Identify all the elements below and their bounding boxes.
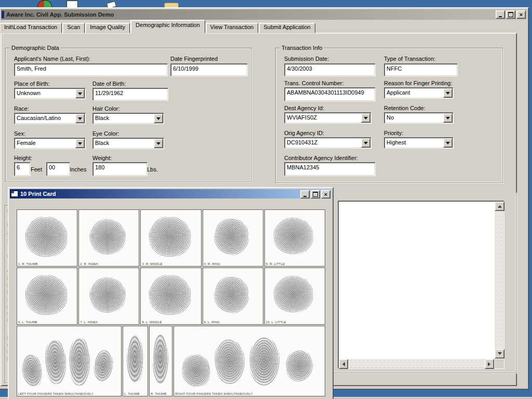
date-of-birth-label: Date of Birth: [92, 81, 126, 87]
inches-label: Inches [70, 166, 86, 172]
weight-label: Weight: [92, 155, 112, 161]
weight-field[interactable]: 180 [92, 162, 148, 176]
close-icon[interactable]: × [516, 10, 526, 19]
fingerprint-image [273, 275, 314, 314]
fingerprint-image [44, 339, 67, 384]
chevron-down-icon[interactable] [154, 139, 163, 148]
height-inches-field[interactable]: 00 [46, 162, 70, 176]
fingerprint-image [25, 275, 68, 315]
fingerprint-image [153, 335, 168, 383]
minimize-icon[interactable] [496, 10, 505, 19]
submission-date-label: Submission Date: [284, 56, 329, 62]
print-cell-l-ring[interactable]: 9. L. RING [203, 268, 263, 325]
print-cell-right-four-fingers[interactable]: RIGHT FOUR FINGERS TAKEN SIMULTANEOUSLY [174, 326, 325, 396]
chevron-down-icon[interactable] [75, 139, 85, 148]
reason-for-fingerprinting-label: Reason for Finger Printing: [384, 80, 452, 86]
hair-color-dropdown[interactable]: Black [92, 113, 164, 124]
eye-color-label: Eye Color: [92, 130, 119, 137]
print-cell-r-thumb-flat[interactable]: R. THUMB [149, 326, 172, 396]
scroll-left-icon[interactable] [339, 359, 348, 369]
fingerprint-image [149, 217, 191, 257]
fingerprint-image [213, 217, 250, 257]
lbs-label: Lbs. [147, 166, 158, 172]
main-titlebar[interactable]: Aware Inc. Civil App. Submission Demo × [1, 9, 527, 20]
print-cell-l-little[interactable]: 10. L. LITTLE [264, 268, 325, 325]
print-row-slaps: LEFT FOUR FINGERS TAKEN SIMULTANEOUSLY L… [17, 326, 325, 396]
contributor-agency-identifier-field[interactable]: MBNA12345 [284, 162, 376, 176]
print-cell-l-thumb[interactable]: 6. L. THUMB [17, 268, 77, 325]
document-icon[interactable] [66, 1, 78, 8]
retention-code-dropdown[interactable]: No [384, 112, 454, 124]
print-cell-r-middle[interactable]: 3. R. MIDDLE [140, 209, 201, 267]
tab-view-transaction[interactable]: View Transaction [206, 23, 259, 33]
tab-submit-application[interactable]: Submit Application [259, 23, 315, 33]
race-dropdown[interactable]: Caucasian/Latino [14, 113, 86, 124]
height-feet-field[interactable]: 6 [14, 162, 31, 176]
chevron-down-icon[interactable] [361, 113, 370, 123]
type-of-transaction-field[interactable]: NFFC [384, 63, 458, 76]
chevron-down-icon[interactable] [443, 138, 453, 148]
chevron-down-icon[interactable] [443, 88, 453, 98]
retention-code-label: Retention Code: [384, 105, 425, 111]
date-fingerprinted-field[interactable]: 6/10/1999 [170, 63, 248, 76]
print-cell-l-middle[interactable]: 8. L. MIDDLE [140, 268, 201, 325]
fingerprint-image [69, 337, 90, 385]
horizontal-scrollbar[interactable] [339, 359, 494, 368]
print-cell-left-four-fingers[interactable]: LEFT FOUR FINGERS TAKEN SIMULTANEOUSLY [17, 326, 122, 396]
trans-control-number-field[interactable]: ABAMBNA0304301113ID0949 [284, 87, 376, 101]
place-of-birth-dropdown[interactable]: Unknown [14, 88, 86, 99]
tab-scan[interactable]: Scan [62, 23, 85, 33]
print-cell-l-index[interactable]: 7. L. INDEX [78, 268, 139, 325]
fingerprint-image [214, 339, 246, 385]
tab-demographic-information[interactable]: Demographic Information [130, 20, 205, 33]
trans-control-number-label: Trans. Control Number: [284, 80, 344, 86]
fingerprint-image [213, 275, 250, 315]
fingerprint-image [92, 349, 114, 382]
close-icon[interactable]: × [321, 190, 330, 198]
scrollbar-corner [495, 359, 503, 368]
chevron-down-icon[interactable] [154, 114, 163, 123]
transaction-info-legend: Transaction Info [280, 45, 324, 51]
tab-image-quality[interactable]: Image Quality [85, 23, 130, 33]
transaction-info-group: Transaction Info Submission Date: 4/30/2… [275, 48, 503, 183]
chevron-down-icon[interactable] [361, 138, 370, 148]
print-card-titlebar[interactable]: 10 Print Card × [10, 189, 331, 198]
print-cell-r-index[interactable]: 2. R. INDEX [78, 209, 139, 267]
maximize-icon[interactable] [311, 190, 320, 198]
fingerprint-image [88, 277, 127, 314]
chevron-down-icon[interactable] [75, 114, 85, 123]
reason-for-fingerprinting-dropdown[interactable]: Applicant [384, 87, 454, 99]
white-display-panel[interactable] [338, 201, 504, 369]
priority-label: Priority: [384, 130, 403, 136]
scroll-down-icon[interactable] [495, 349, 504, 358]
hair-color-label: Hair Color: [92, 105, 120, 112]
orig-agency-id-dropdown[interactable]: DC910431Z [284, 137, 371, 149]
print-cell-r-thumb[interactable]: 1. R. THUMB [17, 209, 77, 267]
place-of-birth-label: Place of Birth: [14, 81, 49, 87]
scroll-up-icon[interactable] [495, 202, 504, 211]
priority-dropdown[interactable]: Highest [384, 137, 454, 149]
tab-init-load-transaction[interactable]: Init\Load Transaction [0, 23, 62, 33]
print-cell-l-thumb-flat[interactable]: L. THUMB [123, 326, 148, 396]
date-of-birth-field[interactable]: 11/29/1962 [92, 88, 168, 101]
scroll-right-icon[interactable] [485, 359, 494, 369]
fingerprint-image [25, 217, 68, 257]
print-cell-r-ring[interactable]: 4. R. RING [203, 209, 263, 267]
print-cell-r-little[interactable]: 5. R. LITTLE [264, 209, 325, 267]
submission-date-field[interactable]: 4/30/2003 [284, 63, 376, 76]
dest-agency-id-dropdown[interactable]: WVIAFIS0Z [284, 112, 371, 124]
pie-chart-icon[interactable] [37, 0, 52, 7]
height-label: Height: [14, 155, 32, 161]
contributor-agency-identifier-label: Contributor Agency Identifier: [284, 155, 358, 161]
chevron-down-icon[interactable] [443, 113, 453, 123]
applicant-name-field[interactable]: Smith, Fred [14, 63, 168, 76]
print-card-window: 10 Print Card × 1. R. THUMB 2. R. INDEX … [8, 187, 334, 399]
eye-color-dropdown[interactable]: Black [92, 138, 164, 149]
maximize-icon[interactable] [506, 10, 515, 19]
orig-agency-id-label: Orig Agency ID: [284, 130, 324, 136]
vertical-scrollbar[interactable] [495, 202, 503, 358]
sex-dropdown[interactable]: Female [14, 138, 86, 149]
applicant-name-label: Applicant's Name (Last, First): [14, 56, 90, 62]
chevron-down-icon[interactable] [75, 89, 85, 98]
minimize-icon[interactable] [300, 190, 310, 198]
